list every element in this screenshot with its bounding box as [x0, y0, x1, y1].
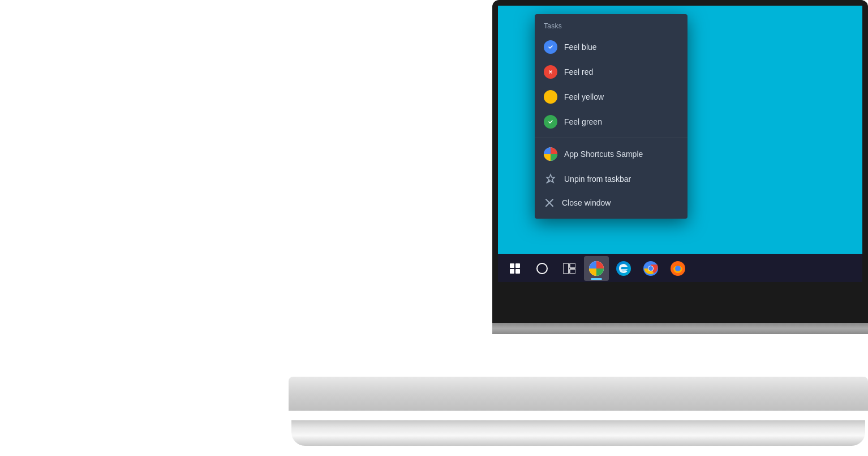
search-circle-icon [536, 263, 548, 274]
chrome-icon [643, 261, 658, 276]
svg-point-2 [548, 94, 553, 100]
context-menu: Tasks Feel blue Feel red [535, 14, 687, 219]
firefox-icon [671, 261, 685, 276]
taskbar-search-button[interactable] [530, 256, 555, 281]
feel-green-label: Feel green [564, 117, 602, 126]
menu-divider [535, 138, 687, 138]
taskbar-taskview-button[interactable] [557, 256, 582, 281]
feel-blue-icon [544, 40, 557, 54]
taskbar-chrome-button[interactable] [638, 256, 663, 281]
taskbar-edge-button[interactable] [611, 256, 636, 281]
laptop-base-bottom [291, 420, 865, 446]
menu-item-feel-green[interactable]: Feel green [535, 109, 687, 134]
app-shortcuts-taskbar-icon [588, 261, 604, 276]
feel-red-label: Feel red [564, 67, 593, 76]
svg-rect-11 [570, 269, 575, 274]
feel-green-icon [544, 115, 557, 129]
svg-rect-10 [570, 263, 575, 268]
tasks-section-label: Tasks [535, 19, 687, 35]
svg-point-19 [675, 266, 681, 271]
close-window-label: Close window [562, 198, 611, 207]
svg-point-13 [616, 261, 631, 276]
feel-yellow-icon [544, 90, 557, 104]
app-shortcuts-label: App Shortcuts Sample [564, 150, 643, 159]
taskbar [498, 254, 862, 283]
laptop-screen: Tasks Feel blue Feel red [498, 6, 862, 283]
menu-item-feel-blue[interactable]: Feel blue [535, 35, 687, 59]
taskbar-firefox-button[interactable] [665, 256, 690, 281]
feel-red-icon [544, 65, 557, 79]
edge-icon [616, 261, 631, 276]
feel-blue-label: Feel blue [564, 42, 597, 52]
laptop-hinge [492, 323, 868, 334]
taskbar-windows-button[interactable] [502, 256, 527, 281]
unpin-icon [544, 172, 557, 186]
app-shortcuts-icon [544, 147, 557, 161]
svg-rect-9 [563, 263, 569, 274]
feel-yellow-label: Feel yellow [564, 92, 604, 101]
menu-item-app-shortcuts[interactable]: App Shortcuts Sample [535, 142, 687, 167]
close-window-icon [544, 197, 555, 208]
menu-item-feel-red[interactable]: Feel red [535, 59, 687, 84]
menu-item-feel-yellow[interactable]: Feel yellow [535, 84, 687, 109]
taskview-icon [563, 263, 575, 274]
windows-icon [510, 263, 520, 274]
svg-point-16 [648, 266, 653, 271]
screen-chin [492, 282, 868, 293]
menu-item-unpin[interactable]: Unpin from taskbar [535, 167, 687, 191]
taskbar-app-shortcuts[interactable] [584, 256, 609, 281]
unpin-label: Unpin from taskbar [564, 174, 631, 184]
menu-item-close-window[interactable]: Close window [535, 191, 687, 214]
laptop-base-top [289, 377, 868, 411]
